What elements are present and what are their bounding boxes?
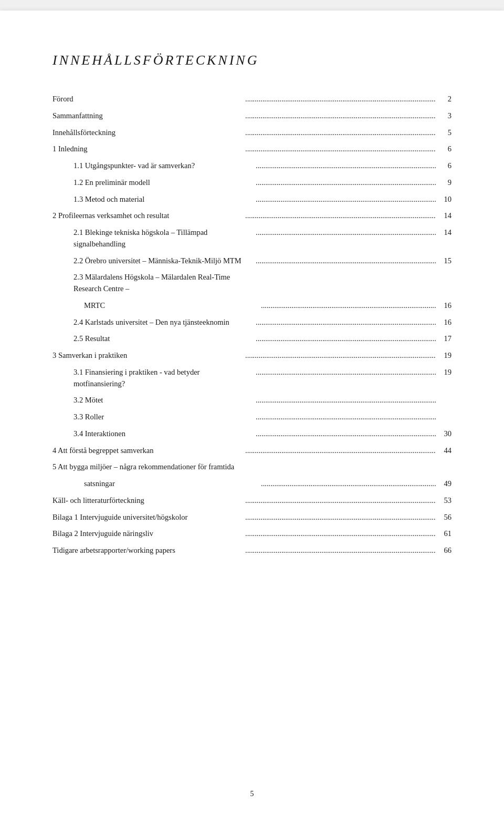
toc-entry-dots-metod: ........................................… bbox=[255, 194, 436, 205]
toc-entry-page-finansiering: 19 bbox=[436, 367, 452, 378]
toc-entry-page-interaktionen: 30 bbox=[436, 428, 452, 440]
toc-entry-text-utgangspunkter: 1.1 Utgångspunkter- vad är samverkan? bbox=[52, 160, 255, 172]
toc-entry-dots-sammanfattning: ........................................… bbox=[244, 110, 436, 122]
toc-entry-dots-bilaga2: ........................................… bbox=[244, 528, 436, 540]
toc-entry-dots-profilernasverksamhet: ........................................… bbox=[244, 210, 436, 222]
toc-entry-dots-satsningar: ........................................… bbox=[260, 478, 436, 490]
toc-entry-page-profilernasverksamhet: 14 bbox=[436, 210, 452, 222]
toc-entry-text-bilaga2: Bilaga 2 Intervjuguide näringsliv bbox=[52, 528, 244, 540]
toc-entry-dots-forord: ........................................… bbox=[244, 94, 436, 105]
toc-entry-kall-litteratur: Käll- och litteraturförteckning ........… bbox=[52, 495, 452, 507]
toc-entry-utgangspunkter: 1.1 Utgångspunkter- vad är samverkan? ..… bbox=[52, 160, 452, 172]
toc-entry-metod: 1.3 Metod och material .................… bbox=[52, 194, 452, 205]
toc-entry-page-inledning: 6 bbox=[436, 143, 452, 155]
toc-entry-dots-blekinge: ........................................… bbox=[255, 227, 436, 239]
toc-entry-page-metod: 10 bbox=[436, 194, 452, 205]
toc-entry-text-att-forsta: 4 Att förstå begreppet samverkan bbox=[52, 445, 244, 457]
toc-entry-text-malardalens: 2.3 Mälardalens Högskola – Mälardalen Re… bbox=[52, 272, 256, 295]
toc-entry-text-att-bygga: 5 Att bygga miljöer – några rekommendati… bbox=[52, 461, 245, 473]
toc-entry-page-satsningar: 49 bbox=[436, 478, 452, 490]
toc-entry-text-inledning: 1 Inledning bbox=[52, 143, 244, 155]
toc-entry-dots-inledning: ........................................… bbox=[244, 143, 436, 155]
toc-entry-page-blekinge: 14 bbox=[436, 227, 452, 239]
toc-entry-dots-utgangspunkter: ........................................… bbox=[255, 160, 436, 172]
toc-entry-dots-motet: ........................................… bbox=[255, 395, 436, 406]
toc-entry-text-finansiering: 3.1 Finansiering i praktiken - vad betyd… bbox=[52, 367, 255, 390]
toc-entry-text-sammanfattning: Sammanfattning bbox=[52, 110, 244, 122]
toc-entry-orebro: 2.2 Örebro universitet – Människa-Teknik… bbox=[52, 255, 452, 267]
toc-entry-roller: 3.3 Roller .............................… bbox=[52, 411, 452, 423]
toc-entry-profilernasverksamhet: 2 Profileernas verksamhet och resultat .… bbox=[52, 210, 452, 222]
toc-entry-page-utgangspunkter: 6 bbox=[436, 160, 452, 172]
toc-entry-karlstads: 2.4 Karlstads universitet – Den nya tjän… bbox=[52, 317, 452, 328]
toc-entry-dots-att-forsta: ........................................… bbox=[244, 445, 436, 457]
toc-entry-text-roller: 3.3 Roller bbox=[52, 411, 255, 423]
toc-entry-mrtc: MRTC ...................................… bbox=[52, 300, 452, 312]
toc-entry-text-tidigare: Tidigare arbetsrapporter/working papers bbox=[52, 545, 244, 557]
toc-entry-text-bilaga1: Bilaga 1 Intervjuguide universitet/högsk… bbox=[52, 512, 244, 523]
toc-entry-dots-innehallsforteckning: ........................................… bbox=[244, 127, 436, 139]
toc-entry-dots-kall-litteratur: ........................................… bbox=[244, 495, 436, 507]
toc-entry-text-motet: 3.2 Mötet bbox=[52, 395, 255, 406]
toc-entry-satsningar: satsningar .............................… bbox=[52, 478, 452, 490]
toc-container: Förord .................................… bbox=[52, 94, 452, 557]
toc-entry-resultat: 2.5 Resultat ...........................… bbox=[52, 333, 452, 345]
toc-entry-page-tidigare: 66 bbox=[436, 545, 452, 557]
toc-entry-page-sammanfattning: 3 bbox=[436, 110, 452, 122]
toc-entry-text-resultat: 2.5 Resultat bbox=[52, 333, 255, 345]
toc-entry-dots-tidigare: ........................................… bbox=[244, 545, 436, 557]
toc-entry-dots-karlstads: ........................................… bbox=[255, 317, 436, 328]
toc-entry-page-samverkan-praktiken: 19 bbox=[436, 350, 452, 362]
toc-entry-samverkan-praktiken: 3 Samverkan i praktiken ................… bbox=[52, 350, 452, 362]
toc-entry-inledning: 1 Inledning ............................… bbox=[52, 143, 452, 155]
toc-entry-page-orebro: 15 bbox=[436, 255, 452, 267]
toc-entry-page-bilaga1: 56 bbox=[436, 512, 452, 523]
toc-entry-dots-bilaga1: ........................................… bbox=[244, 512, 436, 523]
toc-entry-page-preliminar-modell: 9 bbox=[436, 177, 452, 189]
toc-entry-page-karlstads: 16 bbox=[436, 317, 452, 328]
toc-entry-att-bygga: 5 Att bygga miljöer – några rekommendati… bbox=[52, 461, 452, 473]
toc-entry-text-interaktionen: 3.4 Interaktionen bbox=[52, 428, 255, 440]
toc-entry-text-karlstads: 2.4 Karlstads universitet – Den nya tjän… bbox=[52, 317, 255, 328]
toc-entry-text-metod: 1.3 Metod och material bbox=[52, 194, 255, 205]
toc-title: Innehållsförteckning bbox=[52, 53, 452, 68]
toc-entry-dots-preliminar-modell: ........................................… bbox=[255, 177, 436, 189]
toc-entry-dots-resultat: ........................................… bbox=[255, 333, 436, 345]
toc-entry-sammanfattning: Sammanfattning .........................… bbox=[52, 110, 452, 122]
toc-entry-bilaga1: Bilaga 1 Intervjuguide universitet/högsk… bbox=[52, 512, 452, 523]
toc-entry-dots-mrtc: ........................................… bbox=[260, 300, 436, 312]
toc-entry-text-mrtc: MRTC bbox=[52, 300, 260, 312]
page-number: 5 bbox=[0, 790, 504, 798]
page: Innehållsförteckning Förord ............… bbox=[0, 11, 504, 814]
toc-entry-page-innehallsforteckning: 5 bbox=[436, 127, 452, 139]
toc-entry-dots-interaktionen: ........................................… bbox=[255, 428, 436, 440]
toc-entry-page-kall-litteratur: 53 bbox=[436, 495, 452, 507]
toc-entry-text-forord: Förord bbox=[52, 94, 244, 105]
toc-entry-text-innehallsforteckning: Innehållsförteckning bbox=[52, 127, 244, 139]
toc-entry-dots-finansiering: ........................................… bbox=[255, 367, 436, 378]
toc-entry-dots-orebro: ........................................… bbox=[255, 255, 436, 267]
toc-entry-tidigare: Tidigare arbetsrapporter/working papers … bbox=[52, 545, 452, 557]
toc-entry-blekinge: 2.1 Blekinge tekniska högskola – Tillämp… bbox=[52, 227, 452, 250]
toc-entry-interaktionen: 3.4 Interaktionen ......................… bbox=[52, 428, 452, 440]
toc-entry-page-bilaga2: 61 bbox=[436, 528, 452, 540]
toc-entry-att-forsta: 4 Att förstå begreppet samverkan .......… bbox=[52, 445, 452, 457]
toc-entry-finansiering: 3.1 Finansiering i praktiken - vad betyd… bbox=[52, 367, 452, 390]
toc-entry-forord: Förord .................................… bbox=[52, 94, 452, 105]
toc-entry-text-orebro: 2.2 Örebro universitet – Människa-Teknik… bbox=[52, 255, 255, 267]
toc-entry-dots-samverkan-praktiken: ........................................… bbox=[244, 350, 436, 362]
toc-entry-motet: 3.2 Mötet ..............................… bbox=[52, 395, 452, 406]
toc-entry-preliminar-modell: 1.2 En preliminär modell ...............… bbox=[52, 177, 452, 189]
toc-entry-text-kall-litteratur: Käll- och litteraturförteckning bbox=[52, 495, 244, 507]
toc-entry-page-mrtc: 16 bbox=[436, 300, 452, 312]
toc-entry-dots-roller: ........................................… bbox=[255, 411, 436, 423]
toc-entry-text-satsningar: satsningar bbox=[52, 478, 260, 490]
toc-entry-page-att-forsta: 44 bbox=[436, 445, 452, 457]
toc-entry-innehallsforteckning: Innehållsförteckning ...................… bbox=[52, 127, 452, 139]
toc-entry-text-preliminar-modell: 1.2 En preliminär modell bbox=[52, 177, 255, 189]
toc-entry-bilaga2: Bilaga 2 Intervjuguide näringsliv ......… bbox=[52, 528, 452, 540]
toc-entry-page-resultat: 17 bbox=[436, 333, 452, 345]
toc-entry-text-profilernasverksamhet: 2 Profileernas verksamhet och resultat bbox=[52, 210, 244, 222]
toc-entry-text-blekinge: 2.1 Blekinge tekniska högskola – Tillämp… bbox=[52, 227, 255, 250]
toc-entry-malardalens: 2.3 Mälardalens Högskola – Mälardalen Re… bbox=[52, 272, 452, 295]
